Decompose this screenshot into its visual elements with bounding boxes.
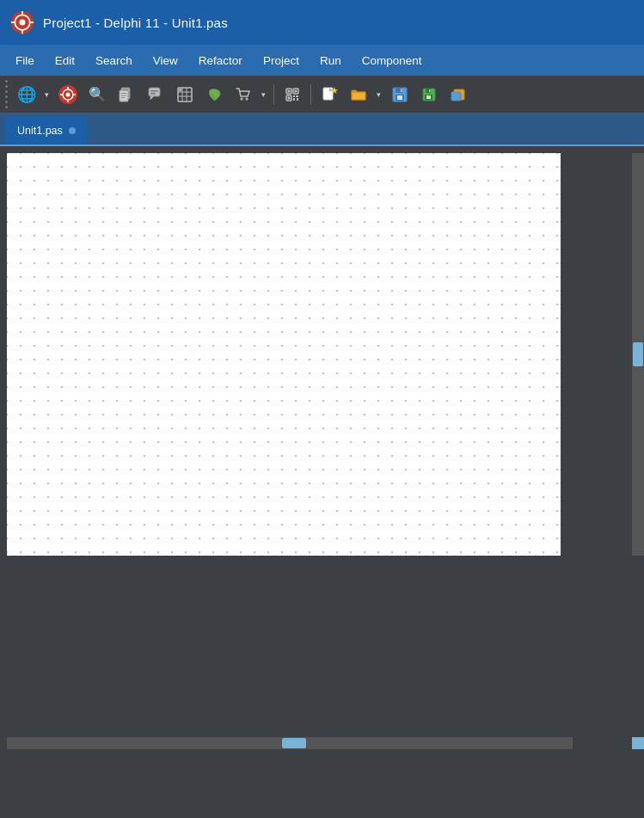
- new-file-icon: [321, 86, 338, 103]
- menu-item-project[interactable]: Project: [253, 51, 310, 71]
- menu-item-component[interactable]: Component: [352, 51, 432, 71]
- svg-point-32: [241, 97, 243, 100]
- svg-rect-40: [293, 95, 295, 97]
- svg-rect-38: [295, 89, 297, 92]
- open-button[interactable]: [345, 81, 372, 108]
- open-toolbar-group: ▾: [345, 81, 384, 108]
- menu-item-edit[interactable]: Edit: [45, 51, 85, 71]
- chat-button[interactable]: [142, 81, 169, 108]
- globe-toolbar-group: 🌐 ▾: [13, 81, 52, 108]
- save-all-button[interactable]: [415, 81, 443, 108]
- open-folder-icon: [350, 86, 367, 103]
- grid-icon: [177, 87, 193, 102]
- files-icon: [450, 86, 467, 103]
- app-logo: [10, 10, 34, 34]
- menu-item-search[interactable]: Search: [85, 51, 143, 71]
- globe-dropdown-arrow[interactable]: ▾: [40, 81, 52, 108]
- save-all-icon: [420, 86, 438, 103]
- tab-unit1[interactable]: Unit1.pas: [5, 117, 88, 145]
- svg-rect-56: [429, 89, 431, 92]
- files-button[interactable]: [445, 81, 472, 108]
- horizontal-scrollbar[interactable]: [7, 737, 573, 749]
- embarcadero-button[interactable]: [54, 81, 82, 108]
- svg-point-2: [20, 20, 26, 26]
- svg-rect-24: [150, 93, 156, 95]
- svg-rect-55: [426, 95, 431, 99]
- embarcadero-icon: [58, 85, 77, 104]
- save-icon: [391, 86, 408, 103]
- cart-icon: [236, 87, 251, 102]
- document-button[interactable]: [113, 81, 140, 108]
- svg-point-9: [66, 92, 71, 96]
- toolbar-sep-2: [310, 84, 311, 105]
- leaf-icon: [206, 87, 222, 102]
- horizontal-scrollbar-thumb[interactable]: [282, 738, 306, 748]
- svg-rect-51: [401, 89, 402, 92]
- cart-button[interactable]: [230, 81, 257, 108]
- svg-point-33: [246, 97, 248, 100]
- qr-button[interactable]: [279, 81, 306, 108]
- chat-icon: [148, 87, 163, 102]
- editor-area: [0, 146, 644, 818]
- tab-modified-indicator: [69, 127, 76, 134]
- tab-bar: Unit1.pas: [0, 114, 644, 146]
- bottom-panel: [0, 749, 644, 818]
- toolbar-drag-handle: [5, 80, 8, 108]
- menu-item-refactor[interactable]: Refactor: [188, 51, 253, 71]
- globe-button[interactable]: 🌐: [13, 81, 40, 108]
- cart-dropdown-arrow[interactable]: ▾: [257, 81, 269, 108]
- search-button[interactable]: 🔍: [83, 81, 111, 108]
- vertical-scrollbar[interactable]: [632, 153, 644, 556]
- vertical-scrollbar-thumb[interactable]: [633, 342, 643, 366]
- menu-item-run[interactable]: Run: [310, 51, 352, 71]
- menu-bar: File Edit Search View Refactor Project R…: [0, 45, 644, 76]
- svg-rect-39: [288, 96, 291, 99]
- leaf-button[interactable]: [200, 81, 228, 108]
- save-button[interactable]: [386, 81, 414, 108]
- open-dropdown-arrow[interactable]: ▾: [372, 81, 384, 108]
- new-file-button[interactable]: [316, 81, 343, 108]
- toolbar-sep-1: [273, 84, 274, 105]
- window-title: Project1 - Delphi 11 - Unit1.pas: [43, 15, 228, 30]
- document-icon: [119, 87, 134, 102]
- svg-rect-23: [150, 90, 158, 92]
- svg-rect-20: [121, 95, 126, 95]
- search-icon: 🔍: [89, 86, 106, 102]
- svg-rect-42: [293, 98, 295, 101]
- form-designer[interactable]: [7, 153, 561, 556]
- svg-rect-43: [297, 98, 298, 101]
- svg-rect-30: [179, 89, 181, 91]
- grid-button[interactable]: [171, 81, 199, 108]
- qr-icon: [285, 87, 300, 102]
- cart-toolbar-group: ▾: [230, 81, 269, 108]
- svg-rect-37: [288, 89, 291, 92]
- svg-rect-41: [296, 95, 298, 97]
- scrollbar-corner: [632, 737, 644, 749]
- menu-item-view[interactable]: View: [143, 51, 188, 71]
- tab-label: Unit1.pas: [17, 125, 63, 137]
- svg-rect-19: [121, 93, 126, 94]
- toolbar: 🌐 ▾ 🔍: [0, 76, 644, 114]
- globe-icon: 🌐: [17, 85, 36, 104]
- title-bar: Project1 - Delphi 11 - Unit1.pas: [0, 0, 644, 45]
- menu-item-file[interactable]: File: [5, 51, 45, 71]
- svg-rect-50: [397, 95, 402, 100]
- svg-rect-22: [149, 88, 160, 96]
- svg-rect-21: [121, 97, 125, 98]
